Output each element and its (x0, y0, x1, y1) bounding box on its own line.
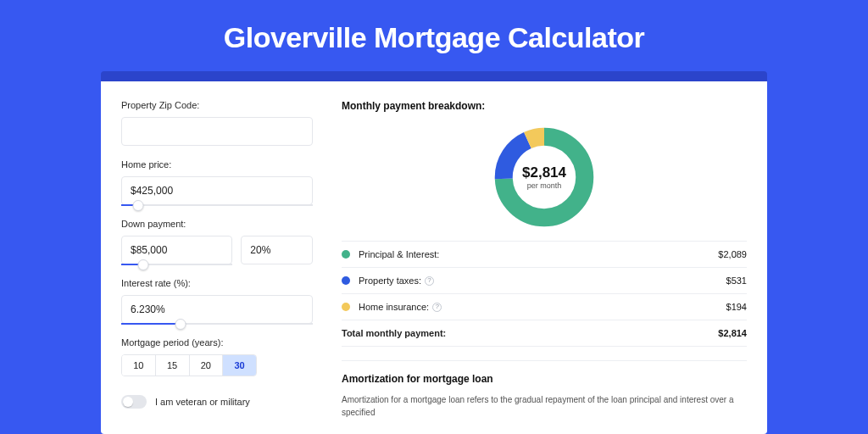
slider-thumb[interactable] (133, 200, 144, 211)
period-button-30[interactable]: 30 (222, 355, 256, 376)
down-payment-percent-input[interactable] (241, 236, 313, 264)
info-icon[interactable]: ? (425, 276, 434, 286)
down-payment-amount-input[interactable] (121, 236, 232, 264)
legend-row-home-insurance: Home insurance: ? $194 (342, 294, 747, 320)
breakdown-title: Monthly payment breakdown: (342, 100, 747, 112)
donut-chart: $2,814 per month (491, 124, 598, 231)
legend-label-text: Property taxes: (359, 275, 421, 286)
zip-field-group: Property Zip Code: (121, 100, 313, 146)
down-payment-field-group: Down payment: (121, 219, 313, 264)
veteran-toggle-row: I am veteran or military (121, 395, 313, 409)
toggle-knob (123, 397, 133, 407)
title-bar: Gloverville Mortgage Calculator (224, 0, 645, 71)
legend-label: Property taxes: ? (359, 275, 434, 286)
veteran-toggle-label: I am veteran or military (155, 397, 250, 407)
calculator-card: Property Zip Code: Home price: Down paym… (101, 81, 767, 434)
breakdown-legend: Principal & Interest: $2,089 Property ta… (342, 241, 747, 347)
down-payment-amount-wrap (121, 236, 232, 264)
slider-thumb[interactable] (138, 259, 149, 270)
home-price-input[interactable] (121, 176, 313, 205)
amortization-body: Amortization for a mortgage loan refers … (342, 393, 747, 419)
donut-sublabel: per month (527, 181, 562, 190)
results-panel: Monthly payment breakdown: $2,814 per mo… (328, 81, 767, 434)
legend-value: $531 (726, 275, 747, 286)
legend-label: Home insurance: ? (359, 302, 442, 312)
slider-thumb[interactable] (175, 319, 186, 330)
legend-row-property-taxes: Property taxes: ? $531 (342, 268, 747, 294)
info-icon[interactable]: ? (432, 303, 442, 312)
amortization-section: Amortization for mortgage loan Amortizat… (342, 360, 747, 419)
swatch-icon (342, 250, 350, 259)
swatch-icon (342, 276, 350, 285)
down-payment-label: Down payment: (121, 219, 313, 229)
legend-label: Principal & Interest: (359, 249, 439, 259)
veteran-toggle[interactable] (121, 395, 147, 409)
slider-fill (121, 323, 181, 325)
legend-row-principal-interest: Principal & Interest: $2,089 (342, 242, 747, 268)
period-button-15[interactable]: 15 (155, 355, 189, 376)
interest-rate-field-group: Interest rate (%): (121, 278, 313, 324)
legend-label: Total monthly payment: (342, 328, 446, 338)
legend-value: $2,089 (718, 249, 747, 259)
zip-input[interactable] (121, 117, 313, 146)
down-payment-row (121, 236, 313, 264)
interest-rate-input[interactable] (121, 295, 313, 324)
mortgage-period-field-group: Mortgage period (years): 10 15 20 30 (121, 337, 313, 376)
home-price-field-group: Home price: (121, 159, 313, 205)
page-title: Gloverville Mortgage Calculator (224, 21, 645, 54)
legend-row-total: Total monthly payment: $2,814 (342, 320, 747, 347)
legend-label-text: Home insurance: (359, 302, 429, 312)
mortgage-period-buttons: 10 15 20 30 (121, 354, 257, 376)
slider-track-line (121, 204, 313, 206)
period-button-20[interactable]: 20 (189, 355, 223, 376)
donut-chart-wrap: $2,814 per month (342, 124, 747, 231)
card-top-shadow (101, 71, 767, 81)
mortgage-period-label: Mortgage period (years): (121, 337, 313, 348)
donut-center: $2,814 per month (491, 124, 598, 231)
home-price-label: Home price: (121, 159, 313, 170)
inputs-panel: Property Zip Code: Home price: Down paym… (101, 81, 328, 434)
period-button-10[interactable]: 10 (122, 355, 155, 376)
interest-rate-label: Interest rate (%): (121, 278, 313, 288)
legend-value: $194 (726, 302, 747, 312)
zip-label: Property Zip Code: (121, 100, 313, 110)
donut-amount: $2,814 (522, 164, 566, 181)
amortization-title: Amortization for mortgage loan (342, 373, 747, 385)
swatch-icon (342, 303, 350, 311)
down-payment-percent-wrap (241, 236, 313, 264)
legend-value: $2,814 (718, 328, 747, 338)
